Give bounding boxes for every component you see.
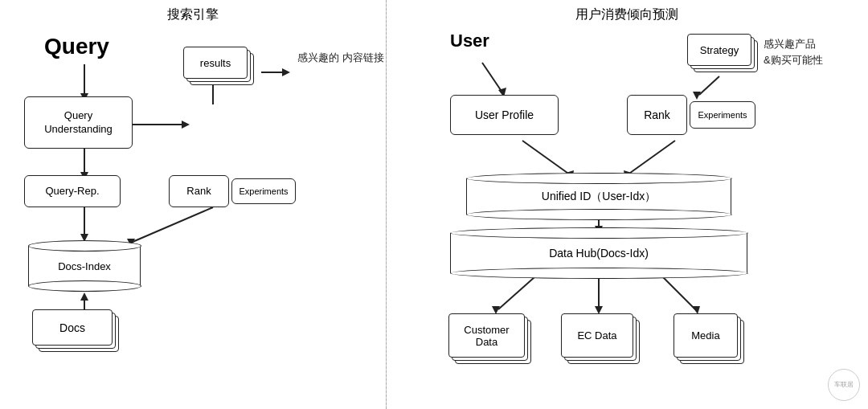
right-title: 用户消费倾向预测	[386, 6, 868, 23]
query-rep-box: Query-Rep.	[24, 175, 121, 207]
svg-line-17	[482, 63, 502, 92]
svg-marker-12	[282, 68, 290, 76]
svg-line-21	[627, 141, 675, 175]
svg-marker-16	[182, 121, 190, 129]
right-rank-box: Rank	[627, 95, 687, 135]
docs-index-cylinder: Docs-Index	[28, 246, 141, 286]
left-annotation: 感兴趣的 内容链接	[297, 50, 384, 66]
main-container: 搜索引擎	[0, 0, 868, 409]
media-label: Media	[674, 313, 738, 358]
right-diagram: 用户消费倾向预测	[386, 0, 868, 409]
customer-data-label: Customer Data	[448, 313, 525, 358]
svg-line-6	[133, 207, 213, 242]
docs-label: Docs	[32, 309, 113, 346]
svg-line-19	[522, 141, 571, 175]
svg-marker-14	[80, 292, 88, 301]
ec-data-label: EC Data	[561, 313, 633, 358]
left-rank-box: Rank	[169, 175, 229, 207]
strategy-label: Strategy	[687, 34, 751, 66]
svg-line-31	[699, 76, 719, 95]
query-understanding-box: Query Understanding	[24, 96, 133, 149]
watermark: 车联居	[828, 369, 860, 401]
unified-id-cylinder: Unified ID（User-Idx）	[466, 178, 731, 215]
left-diagram: 搜索引擎	[0, 0, 386, 409]
left-experiments-box: Experiments	[231, 178, 296, 204]
right-annotation: 感兴趣产品 &购买可能性	[764, 36, 823, 67]
svg-marker-32	[693, 92, 701, 100]
query-label: Query	[44, 34, 109, 59]
right-experiments-box: Experiments	[690, 101, 755, 129]
data-hub-cylinder: Data Hub(Docs-Idx)	[450, 233, 747, 273]
user-profile-box: User Profile	[450, 95, 559, 135]
user-label: User	[450, 31, 489, 51]
left-title: 搜索引擎	[0, 6, 386, 23]
results-label: results	[183, 47, 248, 79]
svg-line-25	[498, 277, 534, 309]
svg-line-29	[663, 277, 695, 309]
